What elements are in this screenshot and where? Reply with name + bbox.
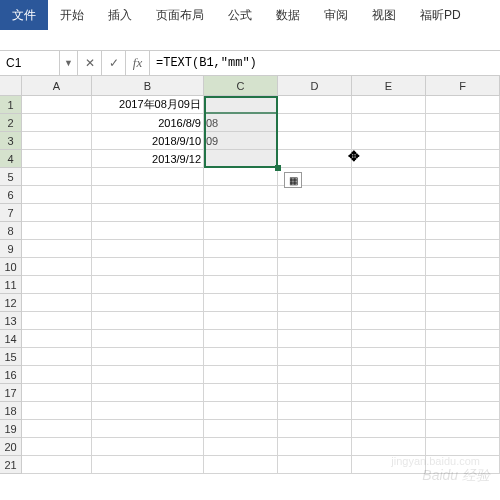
cell-F16[interactable] bbox=[426, 366, 500, 384]
cell-C1[interactable]: 08 bbox=[204, 96, 278, 114]
cell-B15[interactable] bbox=[92, 348, 204, 366]
col-header-A[interactable]: A bbox=[22, 76, 92, 96]
row-header-1[interactable]: 1 bbox=[0, 96, 22, 114]
cell-D6[interactable] bbox=[278, 186, 352, 204]
cell-F13[interactable] bbox=[426, 312, 500, 330]
cell-F18[interactable] bbox=[426, 402, 500, 420]
row-header-11[interactable]: 11 bbox=[0, 276, 22, 294]
row-header-20[interactable]: 20 bbox=[0, 438, 22, 456]
cell-C4[interactable] bbox=[204, 150, 278, 168]
row-header-14[interactable]: 14 bbox=[0, 330, 22, 348]
cell-D11[interactable] bbox=[278, 276, 352, 294]
cell-E21[interactable] bbox=[352, 456, 426, 474]
cell-B14[interactable] bbox=[92, 330, 204, 348]
cell-B13[interactable] bbox=[92, 312, 204, 330]
cell-D2[interactable] bbox=[278, 114, 352, 132]
cell-C17[interactable] bbox=[204, 384, 278, 402]
cell-B21[interactable] bbox=[92, 456, 204, 474]
cell-C12[interactable] bbox=[204, 294, 278, 312]
cell-A9[interactable] bbox=[22, 240, 92, 258]
cell-B19[interactable] bbox=[92, 420, 204, 438]
cell-C19[interactable] bbox=[204, 420, 278, 438]
cell-A12[interactable] bbox=[22, 294, 92, 312]
cell-C8[interactable] bbox=[204, 222, 278, 240]
cell-B20[interactable] bbox=[92, 438, 204, 456]
cell-F4[interactable] bbox=[426, 150, 500, 168]
cell-F19[interactable] bbox=[426, 420, 500, 438]
cell-E3[interactable] bbox=[352, 132, 426, 150]
cell-D18[interactable] bbox=[278, 402, 352, 420]
menu-file[interactable]: 文件 bbox=[0, 0, 48, 30]
cell-E12[interactable] bbox=[352, 294, 426, 312]
cell-C11[interactable] bbox=[204, 276, 278, 294]
row-header-6[interactable]: 6 bbox=[0, 186, 22, 204]
cell-E13[interactable] bbox=[352, 312, 426, 330]
cell-D9[interactable] bbox=[278, 240, 352, 258]
cell-B10[interactable] bbox=[92, 258, 204, 276]
cell-A19[interactable] bbox=[22, 420, 92, 438]
col-header-F[interactable]: F bbox=[426, 76, 500, 96]
cell-D3[interactable] bbox=[278, 132, 352, 150]
cell-F2[interactable] bbox=[426, 114, 500, 132]
cell-D8[interactable] bbox=[278, 222, 352, 240]
cell-A11[interactable] bbox=[22, 276, 92, 294]
col-header-E[interactable]: E bbox=[352, 76, 426, 96]
cell-B5[interactable] bbox=[92, 168, 204, 186]
cell-A18[interactable] bbox=[22, 402, 92, 420]
name-box-dropdown[interactable]: ▼ bbox=[60, 51, 78, 75]
cell-B6[interactable] bbox=[92, 186, 204, 204]
menu-foxit[interactable]: 福昕PD bbox=[408, 0, 473, 30]
cell-A17[interactable] bbox=[22, 384, 92, 402]
row-header-10[interactable]: 10 bbox=[0, 258, 22, 276]
cell-D15[interactable] bbox=[278, 348, 352, 366]
cell-E20[interactable] bbox=[352, 438, 426, 456]
cell-B18[interactable] bbox=[92, 402, 204, 420]
cell-B17[interactable] bbox=[92, 384, 204, 402]
cell-B9[interactable] bbox=[92, 240, 204, 258]
cell-F6[interactable] bbox=[426, 186, 500, 204]
cell-B12[interactable] bbox=[92, 294, 204, 312]
menu-pagelayout[interactable]: 页面布局 bbox=[144, 0, 216, 30]
cell-D20[interactable] bbox=[278, 438, 352, 456]
cell-F20[interactable] bbox=[426, 438, 500, 456]
cell-F17[interactable] bbox=[426, 384, 500, 402]
fx-button[interactable]: fx bbox=[126, 51, 150, 75]
cell-C3[interactable]: 09 bbox=[204, 132, 278, 150]
cell-F12[interactable] bbox=[426, 294, 500, 312]
cell-C9[interactable] bbox=[204, 240, 278, 258]
cell-A10[interactable] bbox=[22, 258, 92, 276]
row-header-17[interactable]: 17 bbox=[0, 384, 22, 402]
cancel-button[interactable]: ✕ bbox=[78, 51, 102, 75]
cell-D10[interactable] bbox=[278, 258, 352, 276]
cell-B16[interactable] bbox=[92, 366, 204, 384]
cell-C6[interactable] bbox=[204, 186, 278, 204]
cell-E8[interactable] bbox=[352, 222, 426, 240]
cells-area[interactable]: 2017年08月09日082016/8/9082018/9/10092013/9… bbox=[22, 96, 500, 474]
cell-C15[interactable] bbox=[204, 348, 278, 366]
cell-D14[interactable] bbox=[278, 330, 352, 348]
cell-D4[interactable] bbox=[278, 150, 352, 168]
cell-B4[interactable]: 2013/9/12 bbox=[92, 150, 204, 168]
cell-D19[interactable] bbox=[278, 420, 352, 438]
menu-home[interactable]: 开始 bbox=[48, 0, 96, 30]
row-header-21[interactable]: 21 bbox=[0, 456, 22, 474]
cell-B8[interactable] bbox=[92, 222, 204, 240]
cell-E4[interactable] bbox=[352, 150, 426, 168]
row-header-7[interactable]: 7 bbox=[0, 204, 22, 222]
row-header-19[interactable]: 19 bbox=[0, 420, 22, 438]
cell-F5[interactable] bbox=[426, 168, 500, 186]
cell-A14[interactable] bbox=[22, 330, 92, 348]
row-header-12[interactable]: 12 bbox=[0, 294, 22, 312]
cell-B7[interactable] bbox=[92, 204, 204, 222]
cell-D13[interactable] bbox=[278, 312, 352, 330]
cell-F21[interactable] bbox=[426, 456, 500, 474]
cell-F3[interactable] bbox=[426, 132, 500, 150]
cell-F7[interactable] bbox=[426, 204, 500, 222]
cell-E9[interactable] bbox=[352, 240, 426, 258]
cell-E14[interactable] bbox=[352, 330, 426, 348]
cell-D21[interactable] bbox=[278, 456, 352, 474]
cell-E2[interactable] bbox=[352, 114, 426, 132]
cell-E7[interactable] bbox=[352, 204, 426, 222]
menu-formulas[interactable]: 公式 bbox=[216, 0, 264, 30]
col-header-C[interactable]: C bbox=[204, 76, 278, 96]
